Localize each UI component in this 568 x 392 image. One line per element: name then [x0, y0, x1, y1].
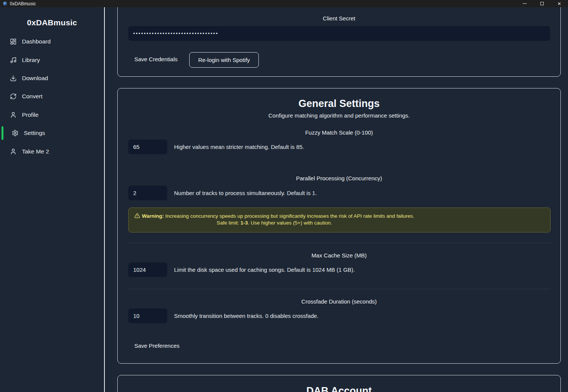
fuzzy-match-input[interactable]: [128, 139, 167, 154]
sidebar-nav: Dashboard Library Download Convert Profi: [0, 33, 104, 161]
maximize-button[interactable]: [533, 0, 551, 7]
general-settings-card: General Settings Configure matching algo…: [117, 88, 561, 364]
sidebar: 0xDABmusic Dashboard Library Download Co…: [0, 7, 105, 392]
dashboard-icon: [10, 38, 17, 45]
sidebar-item-download[interactable]: Download: [0, 69, 104, 87]
dab-account-card: DAB Account: [117, 375, 561, 392]
sidebar-item-label: Take Me 2: [22, 148, 49, 155]
gear-icon: [12, 130, 19, 136]
concurrency-warning: Warning: Increasing concurrency speeds u…: [128, 208, 551, 232]
minimize-button[interactable]: [516, 0, 533, 7]
concurrency-description: Number of tracks to process simultaneous…: [174, 190, 317, 196]
sidebar-item-label: Dashboard: [22, 38, 51, 45]
save-preferences-button[interactable]: Save Preferences: [132, 340, 182, 351]
fuzzy-match-description: Higher values mean stricter matching. De…: [174, 144, 304, 150]
cache-size-input[interactable]: [128, 262, 167, 277]
minimize-icon: [523, 3, 527, 4]
save-credentials-button[interactable]: Save Credentials: [132, 54, 180, 65]
user-icon: [10, 148, 17, 155]
dab-account-title: DAB Account: [118, 385, 560, 392]
sidebar-item-settings[interactable]: Settings: [0, 124, 104, 142]
sidebar-item-label: Settings: [24, 130, 45, 136]
convert-refresh-icon: [10, 93, 17, 100]
concurrency-label: Parallel Processing (Concurrency): [118, 175, 560, 181]
sidebar-item-label: Library: [22, 57, 40, 64]
titlebar-title: 0xDABmusic: [10, 1, 36, 6]
window-controls: ✕: [516, 0, 568, 7]
user-icon: [10, 112, 17, 118]
maximize-icon: [540, 2, 544, 5]
credentials-card: Client Secret Save Credentials Re-login …: [117, 7, 561, 77]
main-content: Client Secret Save Credentials Re-login …: [106, 7, 568, 392]
app-logo: 0xDABmusic: [0, 18, 104, 29]
divider: [128, 243, 551, 243]
sidebar-item-library[interactable]: Library: [0, 51, 104, 69]
general-settings-title: General Settings: [118, 98, 560, 110]
crossfade-label: Crossfade Duration (seconds): [118, 298, 560, 305]
warning-triangle-icon: [134, 213, 142, 219]
client-secret-input[interactable]: [128, 26, 550, 41]
relogin-spotify-button[interactable]: Re-login with Spotify: [189, 52, 259, 68]
sidebar-item-label: Download: [22, 75, 48, 82]
app-icon: [3, 2, 7, 6]
sidebar-item-take-me-2[interactable]: Take Me 2: [0, 142, 104, 160]
cache-size-label: Max Cache Size (MB): [118, 252, 560, 259]
close-button[interactable]: ✕: [551, 0, 568, 7]
general-settings-subtitle: Configure matching algorithm and perform…: [118, 112, 560, 119]
crossfade-description: Smoothly transition between tracks. 0 di…: [174, 313, 319, 319]
sidebar-item-label: Convert: [22, 93, 42, 100]
sidebar-item-profile[interactable]: Profile: [0, 106, 104, 124]
concurrency-input[interactable]: [128, 186, 167, 200]
download-icon: [10, 75, 17, 82]
divider: [128, 289, 551, 289]
fuzzy-match-label: Fuzzy Match Scale (0-100): [118, 129, 560, 136]
sidebar-item-label: Profile: [22, 112, 39, 118]
active-indicator: [2, 126, 3, 140]
cache-size-description: Limit the disk space used for caching so…: [174, 266, 355, 273]
crossfade-input[interactable]: [128, 308, 167, 323]
music-note-icon: [10, 57, 17, 64]
client-secret-label: Client Secret: [118, 15, 560, 22]
sidebar-item-convert[interactable]: Convert: [0, 87, 104, 105]
titlebar: 0xDABmusic ✕: [0, 0, 568, 7]
warning-text: Warning: Increasing concurrency speeds u…: [134, 213, 414, 226]
close-icon: ✕: [557, 2, 561, 6]
sidebar-item-dashboard[interactable]: Dashboard: [0, 33, 104, 51]
